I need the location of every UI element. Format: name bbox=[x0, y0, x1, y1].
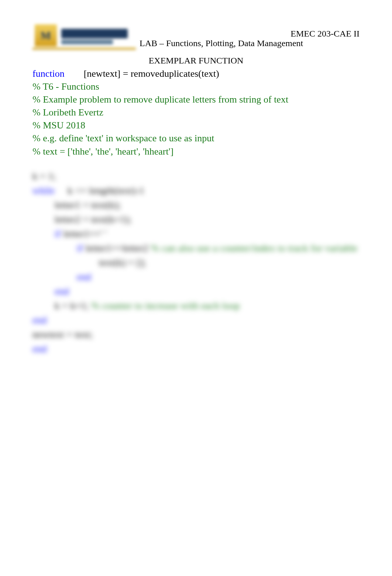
code-block-visible: function [newtext] = removeduplicates(te… bbox=[32, 67, 360, 158]
keyword-end-1: end bbox=[32, 270, 360, 284]
university-logo bbox=[32, 22, 136, 50]
blurred-line-2: while k <= length(text)-1 bbox=[32, 183, 360, 198]
code-comment-1: % T6 - Functions bbox=[32, 80, 360, 93]
section-title: EXEMPLAR FUNCTION bbox=[32, 56, 360, 66]
blurred-line-12: newtext = text; bbox=[32, 327, 360, 342]
blurred-line-4: letter2 = text(k+1); bbox=[32, 212, 360, 227]
inline-comment-2: % counter to increase with each loop bbox=[92, 300, 240, 311]
course-id: EMEC 203-CAE II bbox=[290, 29, 360, 39]
inline-comment-1: % can also use a counter/index to track … bbox=[151, 243, 358, 253]
keyword-while: while bbox=[32, 185, 55, 196]
counter-inc: k = k+1; bbox=[55, 300, 92, 311]
code-comment-2: % Example problem to remove duplicate le… bbox=[32, 93, 360, 106]
keyword-end-3: end bbox=[32, 313, 360, 327]
blurred-line-3: letter1 = text(k); bbox=[32, 198, 360, 212]
lab-title: LAB – Functions, Plotting, Data Manageme… bbox=[140, 38, 303, 50]
blurred-line-1: k = 1; bbox=[32, 169, 360, 183]
code-comment-6: % text = ['thhe', 'the', 'heart', 'hhear… bbox=[32, 145, 360, 158]
keyword-end-4: end bbox=[32, 342, 360, 356]
keyword-if-2: if bbox=[77, 243, 83, 253]
blurred-line-6: if letter1==letter2 % can also use a cou… bbox=[32, 241, 360, 255]
logo-underline bbox=[32, 48, 136, 50]
logo-shield-icon bbox=[35, 24, 57, 46]
if-cond-2: letter1==letter2 bbox=[83, 243, 151, 253]
blurred-line-5: if letter1==' ' bbox=[32, 227, 360, 241]
keyword-function: function bbox=[32, 68, 65, 79]
code-block-blurred: k = 1; while k <= length(text)-1 letter1… bbox=[32, 169, 360, 356]
function-signature: [newtext] = removeduplicates(text) bbox=[65, 68, 219, 79]
blurred-line-7: text(k) = []; bbox=[32, 255, 360, 270]
logo-subtext bbox=[61, 40, 113, 44]
keyword-if-1: if bbox=[55, 228, 61, 239]
code-comment-3: % Loribeth Evertz bbox=[32, 106, 360, 119]
code-line-function-sig: function [newtext] = removeduplicates(te… bbox=[32, 67, 360, 80]
while-cond: k <= length(text)-1 bbox=[55, 185, 144, 196]
logo-text bbox=[61, 29, 128, 38]
code-comment-5: % e.g. define 'text' in workspace to use… bbox=[32, 132, 360, 145]
keyword-end-2: end bbox=[32, 284, 360, 299]
blurred-line-10: k = k+1; % counter to increase with each… bbox=[32, 299, 360, 313]
if-cond-1: letter1==' ' bbox=[61, 228, 107, 239]
code-comment-4: % MSU 2018 bbox=[32, 119, 360, 132]
